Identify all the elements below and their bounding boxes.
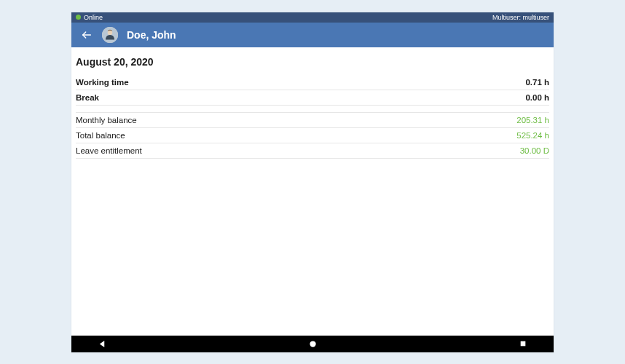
- nav-recent-button[interactable]: [508, 340, 538, 347]
- android-nav-bar: [71, 336, 554, 352]
- row-label: Working time: [76, 78, 129, 87]
- online-label: Online: [84, 14, 103, 21]
- row-value: 0.00 h: [525, 93, 549, 102]
- svg-rect-5: [521, 341, 526, 347]
- svg-point-2: [108, 30, 113, 35]
- main-content: August 20, 2020 Working time0.71 hBreak0…: [71, 47, 554, 336]
- nav-back-button[interactable]: [87, 340, 117, 348]
- data-row: Working time0.71 h: [76, 75, 549, 90]
- row-label: Total balance: [76, 131, 125, 140]
- row-value: 205.31 h: [516, 116, 549, 124]
- back-button[interactable]: [80, 28, 93, 41]
- svg-marker-3: [99, 340, 103, 347]
- row-label: Monthly balance: [76, 116, 137, 124]
- app-bar: Doe, John: [71, 23, 554, 47]
- data-row: Monthly balance205.31 h: [76, 113, 549, 128]
- secondary-rows: Monthly balance205.31 hTotal balance525.…: [76, 113, 549, 159]
- avatar: [102, 27, 118, 43]
- avatar-placeholder-icon: [102, 27, 118, 43]
- circle-home-icon: [309, 340, 317, 348]
- status-right-label: Multiuser: multiuser: [492, 14, 549, 21]
- data-row: Total balance525.24 h: [76, 128, 549, 143]
- nav-home-button[interactable]: [298, 340, 327, 348]
- row-value: 30.00 D: [520, 146, 549, 155]
- status-bar: Online Multiuser: multiuser: [71, 12, 554, 23]
- data-row: Break0.00 h: [76, 90, 549, 106]
- triangle-back-icon: [98, 340, 106, 348]
- primary-rows: Working time0.71 hBreak0.00 h: [76, 75, 549, 106]
- svg-point-4: [310, 341, 315, 347]
- section-divider: [76, 106, 549, 113]
- row-label: Break: [76, 93, 99, 102]
- arrow-left-icon: [81, 29, 93, 41]
- row-label: Leave entitlement: [76, 146, 142, 155]
- status-left: Online: [76, 14, 103, 21]
- page-title: Doe, John: [127, 29, 176, 41]
- square-recent-icon: [519, 340, 527, 347]
- device-frame: Online Multiuser: multiuser Doe, John Au…: [71, 12, 554, 352]
- online-indicator-icon: [76, 15, 81, 20]
- row-value: 525.24 h: [516, 131, 549, 140]
- row-value: 0.71 h: [525, 78, 549, 87]
- date-header: August 20, 2020: [76, 56, 549, 75]
- data-row: Leave entitlement30.00 D: [76, 143, 549, 159]
